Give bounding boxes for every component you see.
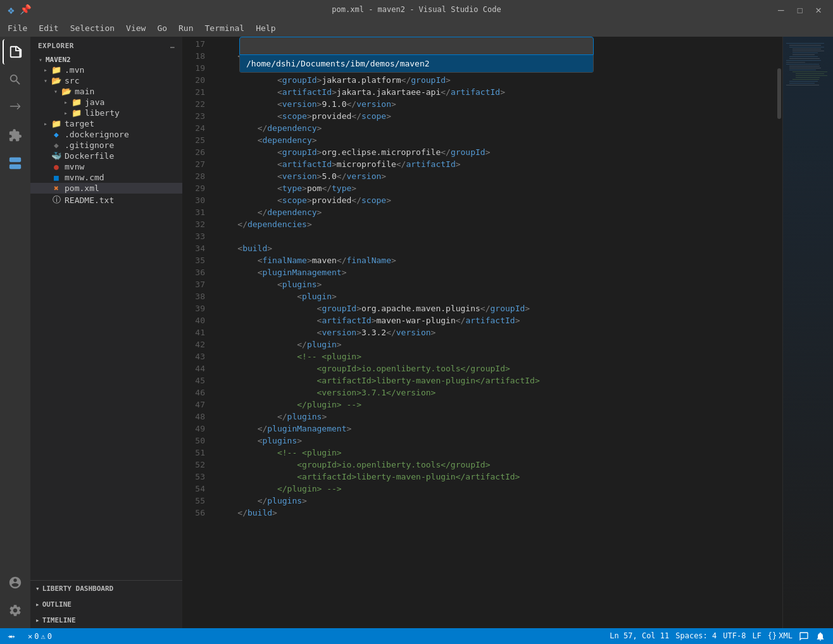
tree-item-java[interactable]: ▸ 📁 java: [30, 97, 182, 108]
editor-content[interactable]: 17 18 19 20 21 22 23 24 25 26 27 28 29 3…: [182, 37, 833, 628]
menu-selection[interactable]: Selection: [65, 21, 120, 35]
maximize-button[interactable]: ☐: [793, 4, 807, 16]
editor-scrollbar[interactable]: [776, 37, 782, 628]
statusbar-notifications-icon[interactable]: [813, 631, 828, 641]
file-tree: ▾ MAVEN2 ▸ 📁 .mvn ▾ 📂 src ▾ 📂 main: [30, 55, 182, 580]
chevron-down-liberty-icon: ▾: [35, 585, 40, 593]
tree-item-mvn[interactable]: ▸ 📁 .mvn: [30, 65, 182, 75]
code-line-32: </dependencies>: [218, 218, 776, 230]
minimize-button[interactable]: —: [774, 4, 788, 16]
activity-remote-icon[interactable]: [3, 151, 28, 176]
statusbar-remote[interactable]: ⥇: [5, 628, 18, 644]
svg-rect-26: [786, 85, 819, 85]
tree-arrow-target: ▸: [41, 120, 51, 127]
tree-item-dockerfile[interactable]: 🐳 Dockerfile: [30, 151, 182, 161]
code-line-40: <artifactId>maven-war-plugin</artifactId…: [218, 314, 776, 326]
tree-item-gitignore[interactable]: ◆ .gitignore: [30, 140, 182, 151]
statusbar-spaces[interactable]: Spaces: 4: [673, 631, 719, 640]
close-button[interactable]: ✕: [811, 4, 825, 16]
svg-rect-13: [786, 60, 821, 61]
statusbar-line-ending[interactable]: LF: [749, 631, 763, 640]
outline-header[interactable]: ▸ OUTLINE: [30, 597, 182, 612]
svg-rect-24: [789, 81, 818, 82]
pin-icon[interactable]: 📌: [20, 4, 32, 15]
activity-account-icon[interactable]: [3, 570, 28, 595]
code-line-20: <groupId>jakarta.platform</groupId>: [218, 74, 776, 86]
statusbar-encoding[interactable]: UTF-8: [720, 631, 748, 640]
liberty-dashboard-header[interactable]: ▾ LIBERTY DASHBOARD: [30, 581, 182, 597]
menu-edit[interactable]: Edit: [34, 21, 63, 35]
chevron-right-outline-icon: ▸: [35, 600, 40, 609]
chevron-right-timeline-icon: ▸: [35, 616, 40, 624]
command-palette-dropdown: /home/dshi/Documents/ibm/demos/maven2: [239, 55, 594, 73]
tree-item-target[interactable]: ▸ 📁 target: [30, 118, 182, 129]
svg-rect-25: [789, 83, 815, 84]
timeline-header[interactable]: ▸ TIMELINE: [30, 612, 182, 628]
file-icon-pomxml: ✖: [51, 183, 62, 193]
file-icon-gitignore: ◆: [51, 140, 62, 150]
code-line-43: <!-- <plugin>: [218, 350, 776, 362]
svg-rect-22: [796, 77, 820, 78]
tree-item-readme[interactable]: ⓘ README.txt: [30, 194, 182, 206]
code-line-51: <!-- <plugin>: [218, 447, 776, 459]
sidebar-new-file-icon[interactable]: …: [170, 42, 175, 50]
code-line-45: <artifactId>liberty-maven-plugin</artifa…: [218, 375, 776, 387]
error-icon: ✕: [28, 632, 32, 641]
code-line-44: <groupId>io.openliberty.tools</groupId>: [218, 362, 776, 375]
activity-extensions-icon[interactable]: [3, 123, 28, 148]
file-icon-dockerignore: ◆: [51, 130, 62, 139]
activity-explorer-icon[interactable]: [3, 39, 28, 65]
tree-arrow-java: ▸: [61, 99, 71, 106]
folder-icon-liberty: 📁: [71, 108, 82, 118]
code-line-26: <groupId>org.eclipse.microprofile</group…: [218, 146, 776, 158]
code-line-24: </dependency>: [218, 122, 776, 134]
tree-item-main[interactable]: ▾ 📂 main: [30, 86, 182, 97]
menu-help[interactable]: Help: [251, 21, 280, 35]
menu-go[interactable]: Go: [152, 21, 172, 35]
code-line-55: </plugins>: [218, 495, 776, 507]
titlebar-title: pom.xml - maven2 - Visual Studio Code: [332, 5, 501, 14]
menubar: File Edit Selection View Go Run Terminal…: [0, 19, 833, 37]
statusbar-position[interactable]: Ln 57, Col 11: [607, 631, 672, 640]
tree-item-liberty[interactable]: ▸ 📁 liberty: [30, 108, 182, 118]
svg-rect-0: [9, 158, 21, 162]
code-line-47: </plugin> -->: [218, 399, 776, 411]
menu-terminal[interactable]: Terminal: [200, 21, 250, 35]
tree-project-root[interactable]: ▾ MAVEN2: [30, 55, 182, 65]
code-line-46: <version>3.7.1</version>: [218, 387, 776, 399]
statusbar-language[interactable]: {} XML: [765, 631, 795, 640]
tree-item-mvnw-cmd[interactable]: ■ mvnw.cmd: [30, 172, 182, 183]
svg-rect-14: [786, 62, 805, 63]
explorer-header: EXPLORER …: [30, 37, 182, 55]
menu-view[interactable]: View: [121, 21, 151, 35]
code-line-22: <version>9.1.0</version>: [218, 98, 776, 110]
editor-area: 17 18 19 20 21 22 23 24 25 26 27 28 29 3…: [182, 37, 833, 628]
svg-rect-20: [796, 73, 824, 74]
tree-item-mvnw[interactable]: ● mvnw: [30, 161, 182, 172]
command-palette-input[interactable]: [245, 40, 588, 52]
menu-file[interactable]: File: [3, 21, 32, 35]
code-area[interactable]: <dependencies> <dependency> <groupId>jak…: [213, 37, 776, 628]
svg-rect-18: [789, 70, 816, 70]
scrollbar-thumb[interactable]: [777, 68, 781, 119]
menu-run[interactable]: Run: [173, 21, 198, 35]
folder-icon-src: 📂: [51, 76, 62, 85]
minimap: [782, 37, 833, 628]
minimap-content: [783, 37, 833, 628]
tree-item-pomxml[interactable]: ✖ pom.xml: [30, 183, 182, 194]
titlebar-controls: — ☐ ✕: [774, 4, 825, 16]
folder-icon-mvn: 📁: [51, 65, 62, 75]
activity-search-icon[interactable]: [3, 67, 28, 92]
activity-git-icon[interactable]: [3, 95, 28, 120]
tree-arrow-liberty: ▸: [61, 109, 71, 116]
command-palette-suggestion[interactable]: /home/dshi/Documents/ibm/demos/maven2: [240, 55, 593, 72]
svg-rect-21: [796, 75, 827, 76]
statusbar-errors[interactable]: ✕ 0 ⚠ 0: [25, 628, 54, 644]
svg-rect-6: [789, 47, 824, 47]
code-line-31: </dependency>: [218, 206, 776, 218]
tree-item-src[interactable]: ▾ 📂 src: [30, 75, 182, 86]
statusbar-feedback-icon[interactable]: [796, 631, 811, 641]
activity-settings-icon[interactable]: [3, 598, 28, 623]
tree-item-dockerignore[interactable]: ◆ .dockerignore: [30, 129, 182, 140]
svg-rect-12: [789, 58, 820, 59]
